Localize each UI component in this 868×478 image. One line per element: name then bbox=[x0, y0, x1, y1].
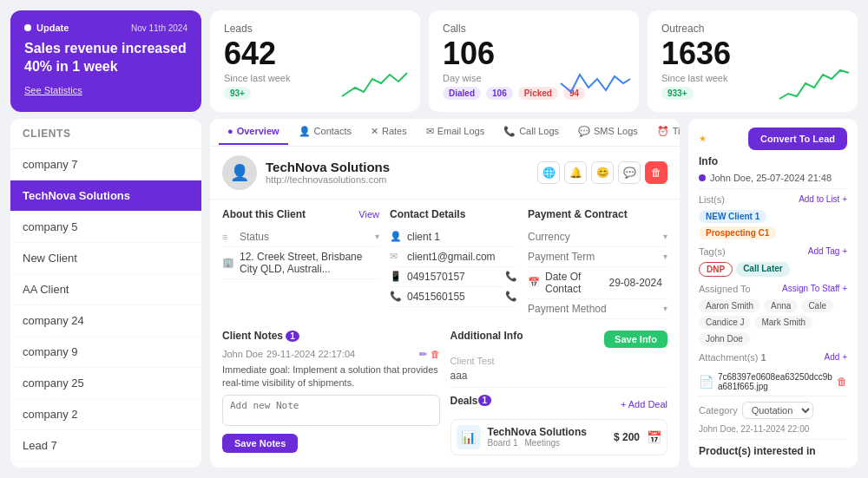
tab-smslogs[interactable]: 💬 SMS Logs bbox=[569, 119, 647, 146]
add-note-input[interactable] bbox=[222, 395, 440, 426]
assignees-group: Aaron Smith Anna Cale Candice J Mark Smi… bbox=[699, 299, 847, 345]
note-edit-icon[interactable]: ✏ bbox=[419, 349, 427, 360]
currency-field: ▾ bbox=[528, 227, 667, 247]
assign-staff-link[interactable]: Assign To Staff + bbox=[782, 284, 847, 293]
phone-call-icon[interactable]: 📞 bbox=[505, 291, 517, 302]
assignee-5: John Doe bbox=[699, 332, 750, 345]
name-field: 👤 client 1 bbox=[390, 227, 517, 247]
status-input[interactable] bbox=[240, 231, 370, 243]
sidebar-list: company 7 TechNova Solutions company 5 N… bbox=[10, 149, 201, 468]
email-value: client1@gmail.com bbox=[407, 251, 517, 263]
sidebar-item-company2[interactable]: company 2 bbox=[10, 399, 201, 430]
category-select[interactable]: Quotation bbox=[742, 402, 813, 419]
convert-to-lead-button[interactable]: Convert To Lead bbox=[748, 128, 847, 150]
date-value: 29-08-2024 bbox=[609, 277, 668, 289]
save-notes-button[interactable]: Save Notes bbox=[222, 434, 298, 453]
assignee-4: Mark Smith bbox=[754, 316, 812, 329]
tag-group: DNP Call Later bbox=[699, 262, 847, 277]
deal-icon: 📊 bbox=[457, 425, 481, 449]
tab-calllogs[interactable]: 📞 Call Logs bbox=[495, 119, 568, 146]
add-to-list-link[interactable]: Add to List + bbox=[799, 194, 847, 204]
lists-header: List(s) Add to List + bbox=[699, 194, 847, 205]
info-author-row: John Doe, 25-07-2024 21:48 bbox=[699, 173, 847, 183]
sidebar-item-company9[interactable]: company 9 bbox=[10, 337, 201, 368]
outreach-chart bbox=[779, 66, 849, 103]
email-field: ✉ client1@gmail.com bbox=[390, 247, 517, 267]
note-author: John Doe 29-11-2024 22:17:04 ✏ 🗑 bbox=[222, 349, 440, 360]
sidebar-item-company25[interactable]: company 25 bbox=[10, 368, 201, 399]
sidebar-item-company24[interactable]: company 24 bbox=[10, 305, 201, 337]
client-avatar: 👤 bbox=[222, 155, 257, 190]
bell-button[interactable]: 🔔 bbox=[564, 161, 587, 184]
payment-term-input[interactable] bbox=[528, 251, 658, 263]
calls-dialed-value: 106 bbox=[486, 87, 513, 100]
info-author: John Doe, 25-07-2024 21:48 bbox=[710, 173, 832, 183]
sidebar-item-company7[interactable]: company 7 bbox=[10, 149, 201, 180]
tab-contacts[interactable]: 👤 Contacts bbox=[290, 119, 360, 146]
phone-icon: 📞 bbox=[390, 291, 402, 302]
list-tags: NEW Client 1 Prospecting C1 bbox=[699, 210, 847, 239]
chat-button[interactable]: 💬 bbox=[618, 161, 641, 184]
see-statistics-link[interactable]: See Statistics bbox=[24, 85, 187, 95]
deal-meta: Board 1 Meetings bbox=[488, 438, 607, 448]
date-icon: 📅 bbox=[528, 277, 540, 288]
tab-rates[interactable]: ✕ Rates bbox=[362, 119, 416, 146]
deal-amount: $ 200 bbox=[614, 431, 640, 443]
products-title: Product(s) interested in bbox=[699, 445, 847, 457]
sidebar-item-company5[interactable]: company 5 bbox=[10, 212, 201, 243]
attachment-item: 📄 7c68397e0608ea63250dcc9b a681f665.jpg … bbox=[699, 368, 847, 396]
center-scroll: About this Client View ≡ ▾ 🏢 12. Creek S… bbox=[210, 200, 680, 468]
save-info-button[interactable]: Save Info bbox=[604, 331, 667, 348]
file-icon: 📄 bbox=[699, 375, 713, 389]
rates-icon: ✕ bbox=[371, 126, 378, 137]
assignee-2: Cale bbox=[801, 299, 833, 312]
deal-calendar-icon[interactable]: 📅 bbox=[647, 430, 661, 444]
view-link[interactable]: View bbox=[358, 209, 379, 219]
timesheet-icon: ⏰ bbox=[657, 126, 669, 137]
assignee-1: Anna bbox=[764, 299, 798, 312]
update-label: Update bbox=[36, 23, 69, 33]
tag-dnp: DNP bbox=[699, 262, 733, 277]
add-tag-link[interactable]: Add Tag + bbox=[808, 246, 847, 256]
add-deal-button[interactable]: + Add Deal bbox=[621, 399, 667, 409]
payment-section: Payment & Contract ▾ ▾ 📅 Date Of Co bbox=[528, 208, 667, 319]
about-title: About this Client View bbox=[222, 208, 379, 220]
sidebar-item-lead7[interactable]: Lead 7 bbox=[10, 430, 201, 462]
list-tag-0: NEW Client 1 bbox=[699, 210, 766, 223]
delete-button[interactable]: 🗑 bbox=[645, 161, 667, 184]
outreach-label: Outreach bbox=[661, 23, 844, 35]
outreach-card: Outreach 1636 Since last week 933+ bbox=[648, 10, 858, 112]
date-label: Date Of Contact bbox=[545, 271, 604, 295]
mobile-call-icon[interactable]: 📞 bbox=[505, 271, 517, 282]
tag-calllater: Call Later bbox=[736, 262, 790, 277]
calls-chart bbox=[561, 66, 630, 103]
calls-label: Calls bbox=[443, 23, 625, 35]
phone-field: 📞 0451560155 📞 bbox=[390, 287, 517, 307]
notes-title: Client Notes 1 bbox=[222, 330, 440, 342]
sidebar-item-aaclient[interactable]: AA Client bbox=[10, 274, 201, 305]
smiley-button[interactable]: 😊 bbox=[591, 161, 614, 184]
category-label: Category bbox=[699, 405, 738, 416]
tab-timesheet[interactable]: ⏰ Timesheet bbox=[648, 119, 680, 146]
tab-emaillogs[interactable]: ✉ Email Logs bbox=[418, 119, 493, 146]
method-input[interactable] bbox=[528, 303, 658, 315]
additional-info-title: Additional Info bbox=[450, 330, 523, 342]
note-delete-icon[interactable]: 🗑 bbox=[431, 349, 440, 360]
calls-dialed-label: Dialed bbox=[443, 87, 481, 100]
assignee-0: Aaron Smith bbox=[699, 299, 760, 312]
assignee-3: Candice J bbox=[699, 316, 751, 329]
notes-section: Client Notes 1 John Doe 29-11-2024 22:17… bbox=[222, 330, 440, 454]
add-attachment-link[interactable]: Add + bbox=[825, 352, 847, 362]
globe-button[interactable]: 🌐 bbox=[537, 161, 560, 184]
sidebar-item-newclient[interactable]: New Client bbox=[10, 243, 201, 274]
right-panel: ★ Convert To Lead Info John Doe, 25-07-2… bbox=[688, 119, 858, 468]
tab-overview[interactable]: ● Overview bbox=[219, 119, 288, 145]
sidebar-item-technovasolutions[interactable]: TechNova Solutions bbox=[10, 180, 201, 212]
calls-picked-label: Picked bbox=[518, 87, 558, 100]
mobile-value: 0491570157 bbox=[407, 271, 500, 283]
name-value: client 1 bbox=[407, 231, 517, 243]
currency-input[interactable] bbox=[528, 231, 658, 243]
attachment-delete-icon[interactable]: 🗑 bbox=[837, 376, 847, 388]
client-name: TechNova Solutions bbox=[266, 160, 529, 174]
info-title: Info bbox=[699, 155, 718, 167]
